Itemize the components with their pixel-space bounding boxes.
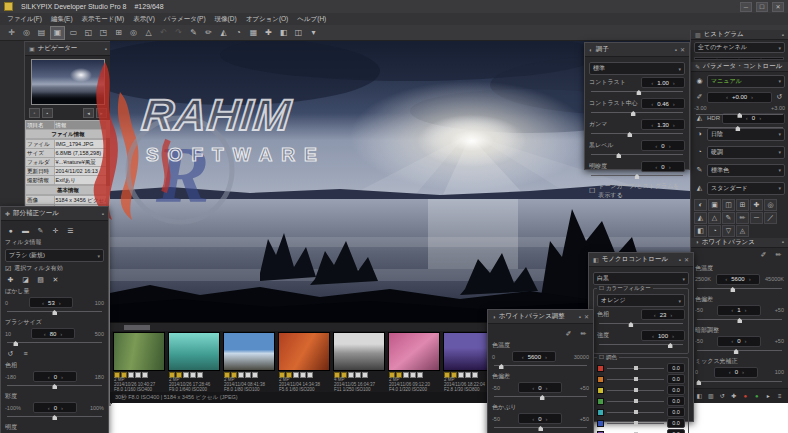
redeye-icon[interactable]: ◎ [764,199,777,211]
accept-mark-icon[interactable]: ● [753,391,762,401]
thumbnail-image[interactable] [388,332,440,371]
filter-select-dropdown[interactable]: ブラシ (新規) [5,249,104,262]
histogram-channel-dropdown[interactable]: 全てのチャンネル [694,42,785,53]
redo-icon[interactable]: ↷ [172,27,185,39]
thumbnail-item[interactable]: 2 MP 2014/11/04 08:41:38 F8.0 1/80 ISO10… [222,331,276,392]
taste-dropdown[interactable]: マニュアル [707,75,785,88]
white-balance-preset-dropdown[interactable]: 日陰 [707,128,785,141]
rotate-icon[interactable]: ◐ [694,199,707,211]
zoom-tool-icon[interactable]: ◎ [20,27,33,39]
histogram-collapse-icon[interactable]: ▪ [782,32,784,38]
tone-pin-icon[interactable]: ▪ [675,47,677,53]
selected-filter-checkbox[interactable]: ☑選択フィルタ有効 [5,264,104,273]
filter-list-icon[interactable]: ☰ [65,226,76,236]
tone-tool-icon[interactable]: ◔ [232,27,245,39]
filter-color-dropdown[interactable]: オレンジ [597,294,685,307]
thumbnail-image[interactable] [333,332,385,371]
mask-display-icon[interactable]: ▧ [35,275,46,285]
delete-filter-icon[interactable]: ✕ [50,275,61,285]
thumbnail-item[interactable]: 4 MP 2014/11/05 16:04:37 F11 1/250 ISO10… [332,331,386,392]
編集(E)[interactable]: 編集(E) [51,15,73,24]
mono-pin-icon[interactable]: ▪ [679,257,681,263]
fullscreen-icon[interactable]: ◳ [97,27,110,39]
prism-icon[interactable]: ◬ [736,225,749,237]
nav-mode-2-button[interactable]: ▪ [42,108,53,118]
wbadj-gray-picker-icon[interactable]: ✐ [563,329,574,339]
move-filter-icon[interactable]: ✛ [50,226,61,236]
nav-next-button[interactable]: ▸ [96,108,107,118]
thumbnail-image[interactable] [113,332,165,371]
navigator-thumbnail[interactable] [31,59,105,105]
spotting-icon[interactable]: ✚ [750,199,763,211]
lens-icon[interactable]: ◭ [694,212,707,224]
mono-close-icon[interactable]: ✕ [684,256,689,263]
gradation-icon[interactable]: ◧ [694,225,707,237]
tone-curve-checkbox[interactable]: ☐トーンカーブ/ヒストグラムを表示する [589,182,685,200]
skin-color-picker-icon[interactable]: ✏ [773,250,784,260]
partial-pin-icon[interactable]: ▪ [102,211,104,217]
tone-preset-dropdown[interactable]: 硬調 [707,146,785,159]
curve-icon[interactable]: ◔ [708,225,721,237]
exposure-value[interactable]: +0.00 [707,92,772,103]
more-tools-icon[interactable]: ▾ [307,27,320,39]
表示(V)[interactable]: 表示(V) [133,15,155,24]
reset-params-icon[interactable]: ↺ [718,391,727,401]
partial-correction-icon[interactable]: ✚ [262,27,275,39]
thumbnail-image[interactable] [278,332,330,371]
オプション(O)[interactable]: オプション(O) [246,15,289,24]
現像(D)[interactable]: 現像(D) [215,15,237,24]
paste-params-icon[interactable]: ▥ [707,391,716,401]
flip-icon[interactable]: ◫ [722,199,735,211]
nav-prev-button[interactable]: ◂ [83,108,94,118]
color-preset-dropdown[interactable]: 標準色 [707,164,785,177]
scrollbar-handle[interactable] [124,325,150,330]
close-button[interactable]: ✕ [772,2,784,12]
tone-close-icon[interactable]: ✕ [680,46,685,53]
ファイル(F)[interactable]: ファイル(F) [7,15,42,24]
brush-filter-icon[interactable]: ✎ [35,226,46,236]
thumbnail-image[interactable] [168,332,220,371]
keystone-icon[interactable]: △ [708,212,721,224]
thumbnail-item[interactable]: 2 MP 2014/10/26 10:40:27 F8.0 1/160 ISO4… [112,331,166,392]
reset-partial-icon[interactable]: ↺ [5,349,16,359]
gradient-filter-icon[interactable]: ▬ [20,226,31,236]
color-filter-checkbox[interactable]: ☐ [599,285,604,292]
wb-picker-icon[interactable]: ✎ [187,27,200,39]
pan-tool-icon[interactable]: ✛ [5,27,18,39]
grid-icon[interactable]: ▦ [247,27,260,39]
perspective-icon[interactable]: ⊞ [736,199,749,211]
tone-preset-dropdown[interactable]: 標準 [589,62,685,75]
menu-icon[interactable]: ≡ [776,391,785,401]
rotate-tool-icon[interactable]: ◭ [217,27,230,39]
minimize-button[interactable]: ─ [740,2,752,12]
パラメータ(P)[interactable]: パラメータ(P) [164,15,206,24]
fit-screen-icon[interactable]: ▭ [67,27,80,39]
line-icon[interactable]: ─ [750,212,763,224]
slant-icon[interactable]: ／ [764,212,777,224]
multi-view-icon[interactable]: ⊞ [112,27,125,39]
maximize-button[interactable]: ☐ [756,2,768,12]
next-icon[interactable]: ▸ [764,391,773,401]
thumbnail-mode-icon[interactable]: ▤ [35,27,48,39]
highlight-warning-icon[interactable]: △ [142,27,155,39]
eraser-icon[interactable]: ◪ [20,275,31,285]
crop-tool-icon[interactable]: ◱ [82,27,95,39]
wb-collapse-icon[interactable]: ▪ [782,239,784,245]
loupe-icon[interactable]: ◎ [127,27,140,39]
sharpness-preset-dropdown[interactable]: スタンダード [707,182,785,195]
crop-icon[interactable]: ▣ [708,199,721,211]
thumbnail-item[interactable]: 2 MP 2014/11/04 14:34:38 F5.6 1/60 ISO20… [277,331,331,392]
ヘルプ(H)[interactable]: ヘルプ(H) [297,15,326,24]
reject-mark-icon[interactable]: ● [741,391,750,401]
before-after-icon[interactable]: ◫ [292,27,305,39]
navigator-collapse-icon[interactable]: ▪ [105,46,107,52]
add-brush-icon[interactable]: ✚ [5,275,16,285]
thumbnail-item[interactable]: 2 MP 2014/10/26 17:28:46 F9.0 1/640 ISO2… [167,331,221,392]
exposure-reset-icon[interactable]: ↺ [774,92,785,102]
preview-mode-icon[interactable]: ▣ [50,26,65,40]
add-taste-icon[interactable]: ✚ [730,391,739,401]
thumbnail-image[interactable] [223,332,275,371]
brush-icon[interactable]: ✎ [722,212,735,224]
pencil-icon[interactable]: ✏ [736,212,749,224]
nav-mode-1-button[interactable]: ▫ [29,108,40,118]
